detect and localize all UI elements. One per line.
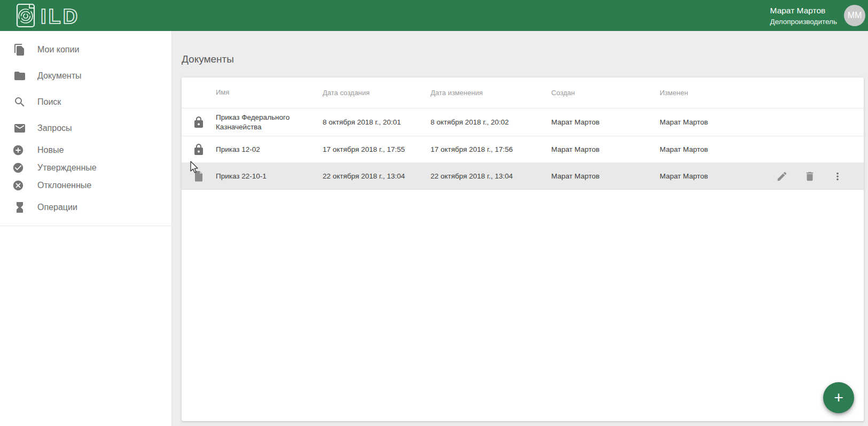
cell-created-by: Марат Мартов — [551, 145, 660, 153]
cell-name: Приказ 12-02 — [216, 145, 323, 154]
sidebar-item-label: Мои копии — [37, 45, 79, 55]
avatar[interactable]: MM — [844, 5, 865, 26]
row-actions — [739, 171, 864, 182]
add-document-fab[interactable]: + — [823, 382, 854, 413]
cell-modified: 22 октября 2018 г., 13:04 — [431, 172, 551, 180]
sidebar: Мои копии Документы Поиск Запросы Новые … — [0, 31, 172, 426]
sidebar-item-operations[interactable]: Операции — [0, 194, 171, 220]
user-info: Марат Мартов Делопроизводитель — [770, 6, 837, 26]
plus-icon: + — [834, 390, 843, 406]
table-row[interactable]: Приказ Федерального Казначейства 8 октяб… — [182, 109, 864, 136]
cell-created: 17 октября 2018 г., 17:55 — [323, 145, 431, 153]
edit-icon[interactable] — [776, 171, 788, 182]
sidebar-item-requests-rejected[interactable]: Отклоненные — [0, 176, 171, 194]
cell-modified-by: Марат Мартов — [660, 145, 739, 153]
sidebar-item-label: Утвержденные — [37, 163, 97, 173]
mail-icon — [13, 122, 26, 135]
lock-icon — [182, 143, 216, 156]
cell-modified: 17 октября 2018 г., 17:56 — [431, 145, 551, 153]
cell-modified-by: Марат Мартов — [660, 118, 739, 126]
table-header-row: Имя Дата создания Дата изменения Создан … — [182, 78, 864, 109]
cell-modified: 8 октября 2018 г., 20:02 — [431, 118, 551, 126]
column-header-name: Имя — [216, 88, 323, 97]
search-icon — [13, 96, 26, 109]
delete-icon[interactable] — [804, 171, 816, 182]
page-title: Документы — [182, 53, 234, 65]
column-header-modified-by: Изменен — [660, 89, 739, 97]
cell-created-by: Марат Мартов — [551, 172, 660, 180]
cell-created-by: Марат Мартов — [551, 118, 660, 126]
app-logo[interactable]: ILD — [13, 2, 93, 29]
cell-created: 8 октября 2018 г., 20:01 — [323, 118, 431, 126]
cell-name: Приказ Федерального Казначейства — [216, 113, 323, 131]
sidebar-item-label: Новые — [37, 145, 64, 155]
logo-text: ILD — [41, 5, 80, 28]
main-content: Документы Имя Дата создания Дата изменен… — [172, 31, 868, 426]
sidebar-item-my-copies[interactable]: Мои копии — [0, 36, 171, 63]
fingerprint-document-icon — [17, 4, 34, 27]
cell-name: Приказ 22-10-1 — [216, 172, 323, 181]
column-header-created-by: Создан — [551, 89, 660, 97]
top-bar: ILD Марат Мартов Делопроизводитель MM — [0, 0, 868, 31]
sidebar-item-label: Операции — [37, 203, 77, 212]
sidebar-item-documents[interactable]: Документы — [0, 63, 171, 89]
sidebar-item-requests-new[interactable]: Новые — [0, 141, 171, 159]
cell-created: 22 октября 2018 г., 13:04 — [323, 172, 431, 180]
sidebar-divider — [0, 226, 171, 226]
table-row[interactable]: Приказ 12-02 17 октября 2018 г., 17:55 1… — [182, 136, 864, 163]
sidebar-item-label: Поиск — [37, 97, 61, 107]
lock-icon — [182, 116, 216, 129]
check-circle-icon — [12, 162, 24, 174]
user-name: Марат Мартов — [770, 6, 837, 15]
copies-icon — [13, 43, 26, 56]
table-row[interactable]: Приказ 22-10-1 22 октября 2018 г., 13:04… — [182, 163, 864, 190]
sidebar-item-requests[interactable]: Запросы — [0, 115, 171, 141]
column-header-created: Дата создания — [323, 89, 431, 97]
documents-table-card: Имя Дата создания Дата изменения Создан … — [182, 78, 864, 421]
sidebar-item-label: Запросы — [37, 123, 72, 133]
more-vert-icon[interactable] — [832, 171, 843, 182]
cancel-circle-icon — [12, 180, 24, 191]
file-icon — [182, 170, 216, 183]
add-circle-icon — [12, 144, 24, 156]
sidebar-item-requests-approved[interactable]: Утвержденные — [0, 159, 171, 176]
folder-icon — [13, 69, 26, 82]
column-header-modified: Дата изменения — [431, 89, 551, 97]
sidebar-item-label: Документы — [37, 71, 81, 81]
user-role: Делопроизводитель — [770, 18, 837, 26]
sidebar-item-search[interactable]: Поиск — [0, 89, 171, 115]
hourglass-icon — [13, 201, 26, 214]
cell-modified-by: Марат Мартов — [660, 172, 739, 180]
sidebar-item-label: Отклоненные — [37, 181, 91, 190]
